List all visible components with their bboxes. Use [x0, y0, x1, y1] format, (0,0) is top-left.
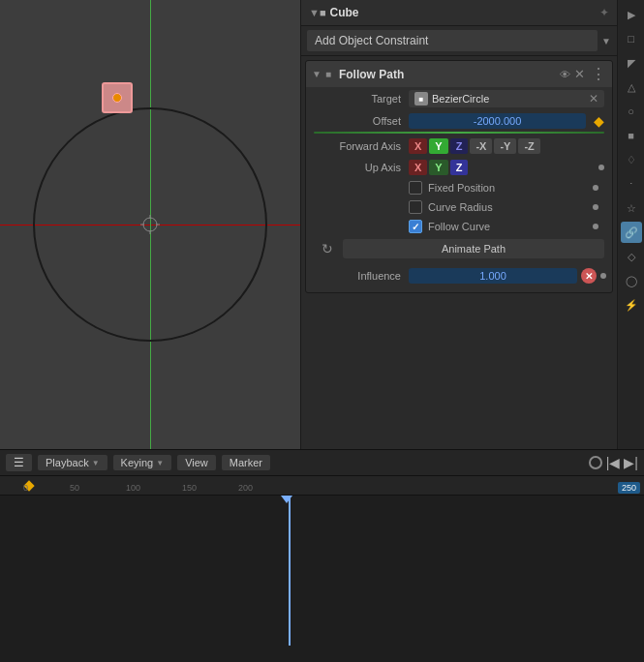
constraint-name: Follow Path — [339, 68, 556, 81]
render-props-icon[interactable]: ⚡ — [621, 294, 642, 316]
physics-icon[interactable]: ☆ — [621, 197, 642, 219]
fixed-position-dot — [593, 185, 598, 191]
playhead-indicator — [281, 496, 292, 503]
ruler-mark-250: 250 — [618, 483, 640, 493]
curve-radius-checkbox[interactable] — [409, 200, 422, 214]
playback-button[interactable]: Playback ▼ — [38, 455, 107, 470]
clear-icon: ✕ — [581, 268, 597, 284]
playhead-line — [289, 496, 291, 646]
clear-influence-button[interactable]: ✕ — [581, 268, 597, 284]
jump-end-button[interactable]: ▶| — [624, 455, 638, 470]
properties-panel: ▼ ■ Cube ✦ Add Object Constraint ▼ ▼ ■ F… — [300, 0, 617, 449]
timeline: ☰ Playback ▼ Keying ▼ View Marker |◀ ▶| — [0, 449, 644, 662]
offset-label: Offset — [322, 115, 409, 127]
target-type-icon: ■ — [414, 92, 428, 105]
target-label: Target — [322, 93, 409, 105]
object-icon[interactable]: ■ — [621, 125, 642, 146]
top-area: ▼ ■ Cube ✦ Add Object Constraint ▼ ▼ ■ F… — [0, 0, 644, 449]
visibility-toggle[interactable]: 👁 — [560, 69, 570, 80]
marker-button[interactable]: Marker — [222, 455, 270, 470]
add-constraint-button[interactable]: Add Object Constraint — [307, 30, 598, 51]
forward-neg-y-button[interactable]: -Y — [494, 138, 516, 154]
object-data-icon[interactable]: ◇ — [621, 246, 642, 267]
keying-dropdown-arrow: ▼ — [156, 459, 164, 467]
keying-label: Keying — [121, 457, 154, 468]
up-z-button[interactable]: Z — [450, 160, 469, 175]
target-clear-button[interactable]: ✕ — [589, 92, 598, 105]
render-icon[interactable]: ▶ — [621, 4, 642, 25]
constraint-options-dot[interactable]: ⋮ — [591, 65, 606, 83]
output-icon[interactable]: □ — [621, 28, 642, 49]
target-field[interactable]: ■ BezierCircle ✕ — [409, 90, 604, 107]
transport-controls: |◀ ▶| — [589, 455, 638, 470]
view-button[interactable]: View — [177, 455, 216, 470]
marker-label: Marker — [230, 457, 262, 468]
view-label: View — [185, 457, 208, 468]
influence-row: Influence 1.000 ✕ — [306, 265, 612, 286]
keyframe-diamond[interactable]: ◆ — [594, 113, 604, 129]
influence-label: Influence — [322, 270, 409, 282]
modifier-icon[interactable]: ♢ — [621, 149, 642, 170]
target-name: BezierCircle — [432, 93, 585, 105]
timeline-ruler: 0 50 100 150 200 250 — [0, 476, 644, 496]
follow-curve-checkmark: ✓ — [412, 222, 419, 232]
forward-neg-z-button[interactable]: -Z — [518, 138, 539, 154]
object-icon: ■ — [320, 7, 326, 18]
add-constraint-row: Add Object Constraint ▼ — [301, 26, 617, 56]
offset-field[interactable]: -2000.000 — [409, 113, 586, 129]
forward-y-button[interactable]: Y — [429, 138, 447, 154]
animate-path-row: ↻ Animate Path — [306, 236, 612, 261]
fixed-position-checkbox[interactable] — [409, 181, 422, 195]
forward-z-button[interactable]: Z — [450, 138, 469, 154]
timeline-menu-icon: ☰ — [14, 456, 24, 469]
ruler-mark-200: 200 — [238, 483, 253, 493]
collapse-icon[interactable]: ▼ — [312, 69, 322, 79]
curve-radius-row: Curve Radius — [306, 197, 612, 217]
animate-path-icon: ↻ — [322, 241, 333, 256]
playback-dropdown-arrow: ▼ — [92, 459, 100, 467]
curve-radius-label: Curve Radius — [428, 201, 493, 213]
constraint-block-header: ▼ ■ Follow Path 👁 ✕ ⋮ — [306, 61, 612, 87]
particles-icon[interactable]: ⋅ — [621, 173, 642, 195]
up-axis-end-dot — [598, 165, 604, 170]
ruler-mark-0: 0 — [23, 483, 28, 493]
forward-x-button[interactable]: X — [409, 138, 427, 154]
up-x-button[interactable]: X — [409, 160, 427, 175]
properties-sidebar: ▶ □ ◤ △ ○ ■ ♢ ⋅ ☆ 🔗 ◇ ◯ ⚡ — [617, 0, 644, 449]
ruler-mark-50: 50 — [70, 483, 79, 493]
up-axis-group: X Y Z — [409, 160, 593, 175]
ruler-mark-100: 100 — [126, 483, 140, 493]
header-icon: ▼ — [309, 7, 320, 18]
viewport[interactable] — [0, 0, 300, 449]
add-constraint-dropdown-arrow: ▼ — [601, 36, 611, 46]
timeline-menu-button[interactable]: ☰ — [6, 454, 32, 471]
scene-icon[interactable]: △ — [621, 76, 642, 98]
up-axis-row: Up Axis X Y Z — [306, 157, 612, 178]
keying-button[interactable]: Keying ▼ — [113, 455, 172, 470]
offset-gradient-bar — [314, 132, 604, 134]
follow-curve-dot — [593, 224, 598, 229]
timeline-content[interactable] — [0, 496, 644, 646]
cube-object[interactable] — [102, 82, 133, 113]
animate-path-button[interactable]: Animate Path — [343, 239, 604, 258]
close-constraint-button[interactable]: ✕ — [574, 67, 585, 81]
fixed-position-row: Fixed Position — [306, 178, 612, 197]
world-icon[interactable]: ○ — [621, 101, 642, 122]
constraint-icon[interactable]: 🔗 — [621, 222, 642, 243]
svg-point-1 — [143, 218, 157, 231]
up-axis-label: Up Axis — [322, 162, 409, 173]
view-layer-icon[interactable]: ◤ — [621, 52, 642, 74]
curve-radius-dot — [593, 204, 598, 210]
crosshair — [140, 215, 160, 234]
current-frame-badge: 250 — [618, 482, 640, 494]
up-y-button[interactable]: Y — [429, 160, 447, 175]
influence-field[interactable]: 1.000 — [409, 268, 577, 284]
jump-start-button[interactable]: |◀ — [606, 455, 621, 470]
pin-icon: ✦ — [599, 6, 609, 19]
material-icon[interactable]: ◯ — [621, 270, 642, 291]
record-button[interactable] — [589, 456, 602, 469]
forward-neg-x-button[interactable]: -X — [470, 138, 492, 154]
target-row: Target ■ BezierCircle ✕ — [306, 87, 612, 110]
follow-curve-checkbox[interactable]: ✓ — [409, 220, 422, 233]
follow-curve-row: ✓ Follow Curve — [306, 217, 612, 236]
